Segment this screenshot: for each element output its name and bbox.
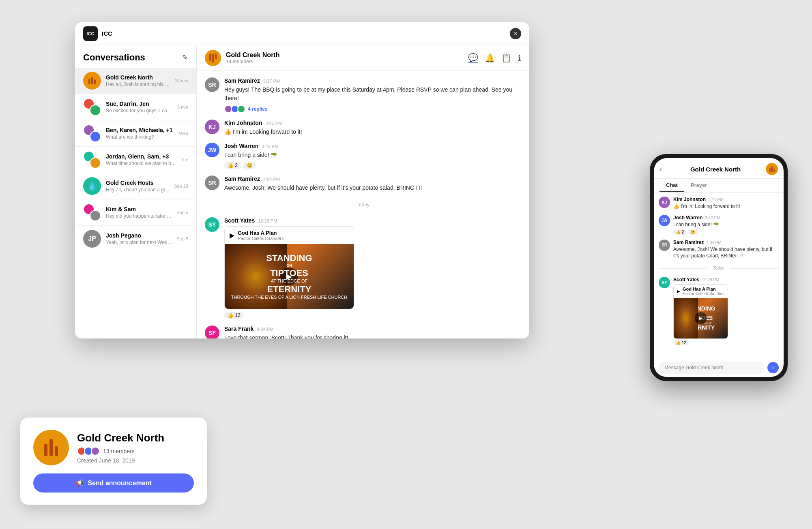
phone-media-thumbnail[interactable]: STANDING ON TIPTOES AT THE EDGE OF ETERN… (674, 298, 728, 338)
phone-message-content: Kim Johnston 3:41 PM 👍 I'm in! Looking f… (673, 197, 740, 210)
message-header: Scott Yates 12:29 PM (224, 217, 354, 224)
message-time: 3:42 PM (262, 144, 278, 149)
phone-message-text: Awesome, Josh! We should have plenty, bu… (673, 246, 779, 260)
media-thumbnail-text: STANDING ON TIPTOES AT THE EDGE OF ETERN… (231, 253, 347, 300)
group-avatar (205, 50, 221, 66)
message-header: Sara Frank 4:04 PM (224, 326, 348, 332)
phone-day-divider: Today (659, 266, 779, 270)
conv-name: Sue, Darrin, Jen (106, 101, 174, 107)
sidebar-header: Conversations ✎ (75, 45, 196, 68)
media-info: God Has A Plan Pastor Clifford Sanders (238, 230, 284, 241)
group-info-name: Gold Creek North (77, 432, 164, 444)
conv-preview: Hey did you happen to take notes duri... (106, 213, 173, 219)
reaction: 😊 (243, 162, 256, 169)
info-icon[interactable]: ℹ (518, 53, 521, 63)
phone-header: ‹ Gold Creek North (654, 158, 784, 179)
phone-message-row: JW Josh Warren 3:42 PM I can bring a sid… (659, 215, 779, 235)
list-item[interactable]: Ben, Karen, Michaela, +1 What are we thi… (75, 120, 196, 147)
replies-link[interactable]: 4 replies (224, 105, 521, 113)
conv-name: Kim & Sam (106, 206, 173, 212)
phone-messages: KJ Kim Johnston 3:41 PM 👍 I'm in! Lookin… (654, 193, 784, 358)
phone-reaction: 😊 (688, 229, 698, 235)
message-time: 4:04 PM (257, 327, 273, 332)
avatar (83, 124, 101, 142)
conv-preview: What are we thinking? (106, 134, 176, 140)
message-sender: Josh Warren (224, 143, 258, 149)
app-body: Conversations ✎ Gold Creek North (75, 45, 529, 338)
phone-inner: ‹ Gold Creek North Chat Prayer KJ (654, 158, 784, 377)
announcement-label: Send announcement (88, 480, 151, 487)
list-item[interactable]: 💧 Gold Creek Hosts Hey all, I hope you h… (75, 173, 196, 199)
message-row: KJ Kim Johnston 3:41 PM 👍 I'm in! Lookin… (205, 120, 521, 136)
announcement-icon: 📢 (75, 479, 84, 487)
message-row: JW Josh Warren 3:42 PM I can bring a sid… (205, 143, 521, 169)
avatar (83, 98, 101, 116)
notifications-icon[interactable]: 🔔 (485, 53, 495, 63)
phone-message-sender: Josh Warren (673, 215, 702, 221)
message-content: Josh Warren 3:42 PM I can bring a side! … (224, 143, 278, 169)
chat-group-members: 14 members (226, 59, 468, 64)
media-thumbnail[interactable]: STANDING ON TIPTOES AT THE EDGE OF ETERN… (225, 244, 354, 309)
message-content: Sam Ramirez 4:04 PM Awesome, Josh! We sh… (224, 176, 423, 192)
phone-message-content: Scott Yates 12:29 PM ▶ God Has A Plan Pa… (673, 277, 728, 345)
list-item[interactable]: Sue, Darrin, Jen So excited for you guys… (75, 94, 196, 120)
conv-info: Sue, Darrin, Jen So excited for you guys… (106, 101, 174, 114)
phone-message-content: Sam Ramirez 4:04 PM Awesome, Josh! We sh… (673, 240, 779, 260)
avatar: SF (205, 326, 219, 338)
conv-preview: What time should we plan to be there... (106, 161, 177, 166)
message-header: Sam Ramirez 4:04 PM (224, 176, 423, 182)
chat-group-name: Gold Creek North (226, 51, 468, 59)
avatar: SR (659, 240, 670, 251)
avatar: KJ (205, 120, 219, 134)
message-content: Sam Ramirez 3:37 PM Hey guys! The BBQ is… (224, 77, 521, 113)
icon-bar (44, 444, 47, 456)
group-info-details: Gold Creek North 13 members Created June… (77, 432, 164, 464)
chat-area: Gold Creek North 14 members 💬 🔔 📋 ℹ SR (197, 45, 529, 338)
media-title: God Has A Plan (238, 230, 284, 236)
conv-time: Sep 18 (174, 184, 188, 188)
message-text: Love that sermon, Scott! Thank you for s… (224, 334, 348, 338)
app-name: ICC (102, 30, 112, 37)
list-item[interactable]: Gold Creek North Hey all, Josh is starti… (75, 68, 196, 94)
phone-message-header: Kim Johnston 3:41 PM (673, 197, 740, 202)
list-item[interactable]: JP Josh Pegano Yeah, let's plan for next… (75, 226, 196, 252)
phone-media-info: God Has A Plan Pastor Clifford Sanders (683, 287, 724, 296)
phone-reaction: 👍 2 (673, 229, 686, 235)
group-created-date: Created June 18, 2019 (77, 457, 164, 464)
media-card-header: ▶ God Has A Plan Pastor Clifford Sanders (225, 227, 354, 244)
close-button[interactable]: × (510, 28, 521, 39)
phone-media-card: ▶ God Has A Plan Pastor Clifford Sanders… (673, 284, 728, 339)
list-item[interactable]: Jordan, Glenn, Sam, +3 What time should … (75, 147, 196, 173)
desktop-window: ICC ICC × Conversations ✎ (75, 22, 529, 338)
compose-icon[interactable]: ✎ (182, 53, 188, 62)
chat-header: Gold Creek North 14 members 💬 🔔 📋 ℹ (197, 45, 529, 71)
phone-message-header: Josh Warren 3:42 PM (673, 215, 720, 221)
tab-chat[interactable]: Chat (659, 179, 684, 192)
avatar: JP (83, 230, 101, 248)
send-announcement-button[interactable]: 📢 Send announcement (33, 473, 194, 493)
tab-prayer[interactable]: Prayer (684, 179, 713, 192)
chat-messages: SR Sam Ramirez 3:37 PM Hey guys! The BBQ… (197, 71, 529, 338)
phone-message-time: 3:41 PM (708, 197, 723, 202)
conv-time: Tue (180, 157, 188, 162)
phone-message-text: I can bring a side! 🥗 (673, 221, 720, 228)
avatar: SR (205, 77, 219, 92)
phone-send-button[interactable]: + (767, 362, 779, 373)
phone-message-input[interactable] (659, 362, 764, 374)
phone-play-button[interactable]: ▶ (695, 312, 707, 324)
sidebar: Conversations ✎ Gold Creek North (75, 45, 197, 338)
list-item[interactable]: Kim & Sam Hey did you happen to take not… (75, 199, 196, 226)
conv-info: Gold Creek Hosts Hey all, I hope you had… (106, 180, 171, 193)
chat-header-info: Gold Creek North 14 members (226, 51, 468, 64)
phone-message-time: 4:04 PM (706, 240, 721, 245)
phone-media-title: God Has A Plan (683, 287, 724, 291)
back-button[interactable]: ‹ (659, 165, 662, 173)
icon-bar (49, 439, 53, 456)
group-member-avatars (77, 447, 100, 456)
message-icon[interactable]: 📋 (501, 53, 511, 63)
conv-name: Gold Creek North (106, 74, 172, 81)
phone-tabs: Chat Prayer (654, 179, 784, 193)
avatar (83, 151, 101, 169)
chat-tab-icon[interactable]: 💬 (468, 53, 478, 63)
phone-media-header: ▶ God Has A Plan Pastor Clifford Sanders (674, 285, 728, 298)
